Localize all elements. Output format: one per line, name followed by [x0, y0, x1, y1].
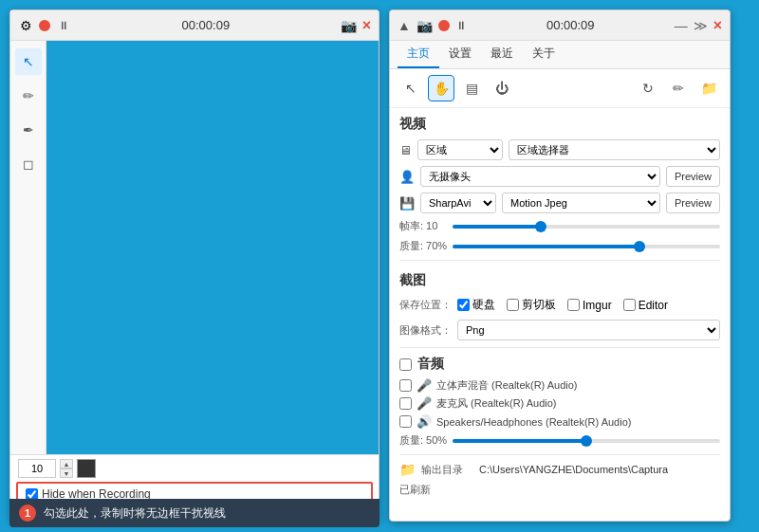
- refresh-icon-btn[interactable]: ↻: [635, 75, 661, 101]
- audio-source3-checkbox[interactable]: [399, 415, 412, 428]
- encoder-select[interactable]: SharpAvi: [420, 193, 496, 213]
- right-toolbar: ▲ 📷 ⏸ 00:00:09 — ≫ ×: [390, 10, 730, 41]
- tab-about[interactable]: 关于: [523, 41, 565, 68]
- brush-size-spinner: ▲ ▼: [60, 459, 73, 478]
- timer-icon-btn[interactable]: ⏻: [489, 75, 515, 101]
- settings-btn[interactable]: ⚙: [18, 18, 33, 33]
- cursor-tool[interactable]: ↖: [15, 48, 42, 75]
- monitor-icon: 🖥: [399, 143, 412, 157]
- webcam-icon: 👤: [399, 170, 415, 184]
- image-format-row: 图像格式： Png: [390, 317, 730, 343]
- tab-home[interactable]: 主页: [398, 41, 439, 68]
- microphone-icon: 🎤: [417, 378, 432, 393]
- audio-enable-checkbox[interactable]: [399, 358, 412, 371]
- output-dir-label: 输出目录: [421, 463, 473, 477]
- encoder-preview-btn[interactable]: Preview: [666, 193, 720, 213]
- quality-thumb[interactable]: [634, 241, 645, 252]
- camera-preview-btn[interactable]: Preview: [666, 166, 720, 187]
- quality-label: 质量: 70%: [399, 239, 447, 253]
- tools-sidebar: ↖ ✏ ✒ ◻: [10, 41, 46, 454]
- imgur-checkbox[interactable]: [567, 299, 580, 311]
- harddisk-checkbox[interactable]: [457, 299, 470, 311]
- imgur-item: Imgur: [567, 299, 612, 312]
- mic-icon: 🎤: [417, 396, 432, 411]
- audio-quality-row: 质量: 50%: [390, 431, 730, 450]
- quality-row: 质量: 70%: [390, 236, 730, 256]
- brush-size-input[interactable]: 10: [18, 459, 56, 478]
- text-icon-btn[interactable]: ▤: [458, 75, 485, 101]
- fps-thumb[interactable]: [535, 221, 546, 232]
- screenshot-section-title: 截图: [390, 265, 730, 293]
- camera-select[interactable]: 无摄像头: [420, 166, 660, 187]
- quality-track: [453, 245, 720, 248]
- save-location-label: 保存位置：: [399, 298, 452, 312]
- close-btn[interactable]: ×: [362, 17, 371, 34]
- divider-2: [399, 347, 720, 348]
- icon-bar: ↖ ✋ ▤ ⏻ ↻ ✏ 📁: [390, 69, 730, 108]
- audio-source3-row: 🔊 Speakers/Headphones (Realtek(R) Audio): [390, 413, 730, 431]
- tip-number: 1: [19, 504, 36, 522]
- audio-source1-label: 立体声混音 (Realtek(R) Audio): [436, 378, 578, 393]
- audio-header: 音频: [390, 352, 730, 376]
- record-dot[interactable]: [39, 20, 50, 31]
- audio-quality-fill: [453, 439, 586, 443]
- codec-select[interactable]: Motion Jpeg: [502, 193, 660, 213]
- left-content: ↖ ✏ ✒ ◻: [10, 41, 379, 454]
- video-source-row: 🖥 区域 区域选择器: [390, 137, 730, 163]
- pen-tool[interactable]: ✏: [15, 83, 42, 109]
- pause-icon-right[interactable]: ⏸: [455, 19, 467, 32]
- divider-1: [399, 260, 720, 261]
- record-dot-right[interactable]: [438, 20, 450, 31]
- harddisk-item: 硬盘: [457, 297, 495, 313]
- edit-icon-btn[interactable]: ✏: [665, 75, 692, 101]
- editor-checkbox[interactable]: [623, 299, 636, 311]
- speaker-icon: 🔊: [417, 414, 432, 429]
- output-dir-row: 📁 输出目录 C:\Users\YANGZHE\Documents\Captur…: [390, 459, 730, 480]
- camera-icon-right[interactable]: 📷: [417, 18, 433, 33]
- tab-settings[interactable]: 设置: [439, 41, 481, 68]
- audio-source3-label: Speakers/Headphones (Realtek(R) Audio): [436, 416, 631, 428]
- video-section-title: 视频: [390, 108, 730, 137]
- pause-btn[interactable]: ⏸: [56, 18, 71, 33]
- close-btn-right[interactable]: ×: [713, 17, 722, 34]
- minimize-icon[interactable]: —: [675, 18, 688, 33]
- cursor-icon-btn[interactable]: ↖: [398, 75, 424, 101]
- spin-up[interactable]: ▲: [60, 459, 73, 468]
- clipboard-label: 剪切板: [522, 297, 556, 313]
- region-selector-select[interactable]: 区域选择器: [509, 139, 720, 160]
- number-controls: 10 ▲ ▼: [10, 455, 379, 482]
- eraser-tool[interactable]: ◻: [15, 151, 42, 177]
- camera-icon[interactable]: 📷: [341, 18, 357, 33]
- editor-label: Editor: [639, 299, 668, 312]
- folder-icon-btn[interactable]: 📁: [695, 75, 722, 101]
- tab-recent[interactable]: 最近: [481, 41, 523, 68]
- expand-icon[interactable]: ▲: [398, 18, 411, 33]
- audio-quality-thumb[interactable]: [581, 435, 592, 447]
- settings-window: ▲ 📷 ⏸ 00:00:09 — ≫ × 主页 设置 最近 关于 ↖ ✋ ▤ ⏻…: [389, 9, 731, 522]
- canvas-area: [46, 41, 379, 454]
- right-content: 视频 🖥 区域 区域选择器 👤 无摄像头 Preview 💾 SharpAvi …: [390, 108, 730, 521]
- fps-track: [453, 225, 720, 229]
- audio-quality-track: [453, 439, 720, 443]
- spin-down[interactable]: ▼: [60, 468, 73, 478]
- video-source-select[interactable]: 区域: [417, 139, 503, 160]
- image-format-select[interactable]: Png: [457, 320, 720, 340]
- audio-source1-row: 🎤 立体声混音 (Realtek(R) Audio): [390, 376, 730, 394]
- editor-item: Editor: [623, 299, 668, 312]
- status-row: 已刷新: [390, 480, 730, 500]
- image-format-label: 图像格式：: [399, 323, 452, 338]
- audio-source1-checkbox[interactable]: [399, 379, 412, 392]
- divider-3: [399, 454, 720, 455]
- capture-window: ⚙ ⏸ 00:00:09 📷 × ↖ ✏ ✒ ◻ 10 ▲ ▼: [9, 9, 380, 522]
- harddisk-label: 硬盘: [472, 297, 495, 313]
- output-path: C:\Users\YANGZHE\Documents\Captura: [479, 464, 720, 475]
- hand-icon-btn[interactable]: ✋: [428, 75, 454, 101]
- maximize-icon[interactable]: ≫: [694, 18, 708, 33]
- camera-row: 👤 无摄像头 Preview: [390, 163, 730, 190]
- clipboard-item: 剪切板: [507, 297, 556, 313]
- audio-source2-checkbox[interactable]: [399, 397, 412, 410]
- fps-row: 帧率: 10: [390, 216, 730, 236]
- color-swatch[interactable]: [77, 459, 96, 478]
- clipboard-checkbox[interactable]: [507, 299, 519, 311]
- pencil-tool[interactable]: ✒: [15, 117, 42, 143]
